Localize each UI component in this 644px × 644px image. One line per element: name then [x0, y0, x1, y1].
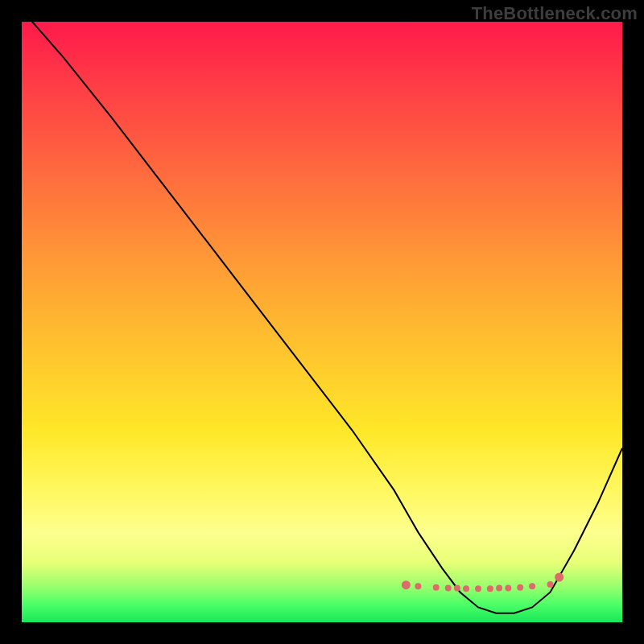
bottleneck-curve [22, 22, 622, 613]
chart-frame: TheBottleneck.com [0, 0, 644, 644]
marker-dot [415, 583, 421, 589]
marker-dot [475, 585, 481, 592]
marker-dot [402, 580, 411, 589]
marker-dot [517, 584, 523, 591]
marker-dot [505, 585, 511, 592]
marker-dot [454, 585, 460, 592]
marker-dot [487, 585, 493, 592]
marker-dot [445, 585, 452, 592]
marker-dots [402, 573, 564, 592]
marker-dot [529, 583, 535, 589]
plot-area [22, 22, 622, 622]
marker-dot [463, 585, 469, 592]
marker-dot [433, 584, 440, 591]
marker-dot [547, 581, 554, 588]
marker-dot [555, 573, 564, 582]
chart-svg [22, 22, 622, 622]
marker-dot [496, 585, 502, 592]
watermark-text: TheBottleneck.com [472, 3, 638, 24]
